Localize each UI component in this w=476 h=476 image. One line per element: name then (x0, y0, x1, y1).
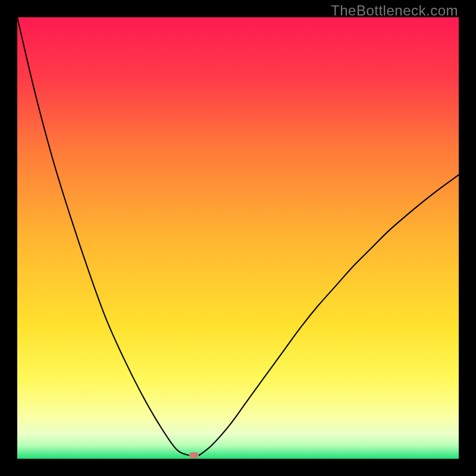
minimum-marker (189, 452, 199, 458)
curve-right (199, 175, 459, 455)
plot-area (17, 17, 459, 459)
watermark-text: TheBottleneck.com (331, 2, 458, 19)
curve-left (17, 17, 189, 455)
curve-layer (17, 17, 459, 459)
